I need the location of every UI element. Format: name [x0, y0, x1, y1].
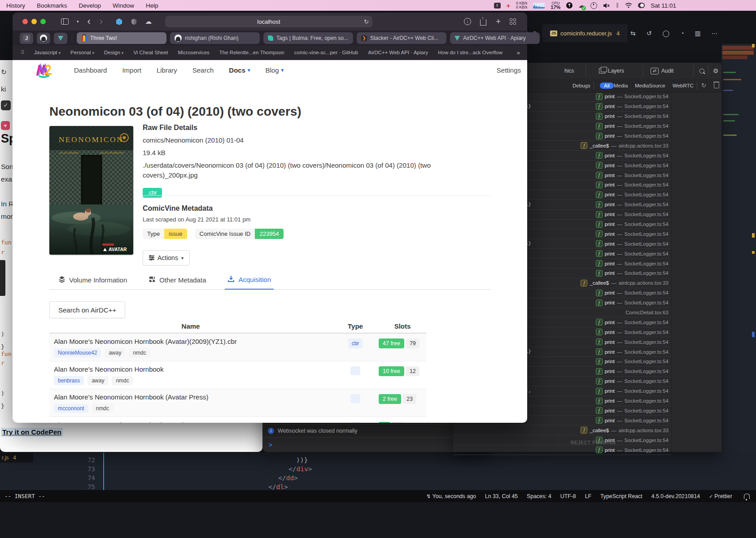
source-location-link[interactable]: SocketLogger.ts:54	[625, 300, 669, 305]
table-row[interactable]: Alan Moore's Neonomicon Hornbook (Avatar…	[49, 389, 426, 417]
cloud-icon[interactable]: ☁	[145, 17, 152, 26]
bluetooth-icon[interactable]: ᛒ	[616, 0, 619, 11]
source-location-link[interactable]: SocketLogger.ts:54	[625, 202, 669, 207]
minimize-window-button[interactable]	[31, 19, 37, 24]
console-refresh-icon[interactable]: ↻	[701, 79, 706, 92]
sidebar-chevron-icon[interactable]: ▾	[77, 19, 79, 24]
back-button[interactable]: ‹	[87, 17, 91, 26]
source-location-link[interactable]: ComicDetail.tsx:63	[625, 310, 669, 315]
source-location-link[interactable]: SocketLogger.ts:54	[625, 241, 669, 247]
filter-media[interactable]: Media	[614, 79, 628, 92]
source-location-link[interactable]: SocketLogger.ts:54	[625, 153, 669, 158]
pinned-tab-github[interactable]	[37, 33, 50, 44]
source-location-link[interactable]: SocketLogger.ts:54	[625, 330, 669, 335]
menu-item-window[interactable]: Window	[113, 2, 134, 9]
pinned-tab-j[interactable]: J	[20, 33, 33, 44]
filter-all[interactable]: All	[600, 79, 614, 92]
tab-layers[interactable]: Layers	[599, 63, 624, 79]
source-location-link[interactable]: SocketLogger.ts:54	[625, 349, 669, 355]
source-location-link[interactable]: SocketLogger.ts:54	[625, 133, 669, 139]
source-location-link[interactable]: SocketLogger.ts:54	[625, 408, 669, 413]
status-item[interactable]: LF	[585, 493, 591, 499]
status-item[interactable]: TypeScript React	[600, 493, 642, 499]
inspector-settings-button[interactable]: ⚙	[713, 63, 719, 79]
table-row[interactable]: Alan Moore's Neonomicon Hornbookbenbrass…	[49, 361, 426, 389]
menu-item-help[interactable]: Help	[146, 2, 158, 9]
source-location-link[interactable]: SocketLogger.ts:54	[625, 359, 669, 364]
safari-tab[interactable]: AirDC++ Web API · Apiary	[450, 32, 540, 44]
safari-tab[interactable]: Three Two!	[77, 32, 166, 44]
tab-overview-button[interactable]	[510, 18, 516, 25]
source-location-link[interactable]: SocketLogger.ts:54	[625, 261, 669, 266]
source-location-link[interactable]: SocketLogger.ts:54	[625, 388, 669, 394]
source-location-link[interactable]: SocketLogger.ts:54	[625, 438, 669, 443]
source-location-link[interactable]: SocketLogger.ts:54	[625, 231, 669, 237]
source-location-link[interactable]: SocketLogger.ts:54	[625, 163, 669, 168]
circle-nav-icon[interactable]: ◯	[662, 30, 669, 37]
favorite-item[interactable]: comic-vine-sc...per · GitHub	[294, 50, 358, 55]
pinned-tab-apiary[interactable]	[54, 33, 67, 44]
control-center-icon[interactable]	[638, 3, 645, 8]
close-window-button[interactable]	[22, 19, 28, 24]
source-location-link[interactable]: airdcpp.actions.tsx:33	[619, 280, 669, 286]
source-location-link[interactable]: SocketLogger.ts:54	[625, 182, 669, 187]
downloads-button[interactable]: ↓	[464, 18, 471, 25]
source-location-link[interactable]: SocketLogger.ts:54	[625, 290, 669, 295]
favorite-item[interactable]: Vi Cheat Sheet	[133, 50, 168, 55]
tab-volume-information[interactable]: Volume Information	[56, 272, 130, 289]
source-location-link[interactable]: airdcpp.actions.tsx:33	[619, 143, 669, 148]
favorites-grid-icon[interactable]: ⠿	[21, 49, 24, 56]
console-trash-icon[interactable]	[714, 79, 719, 92]
search-airdc-button[interactable]: Search on AirDC++	[49, 301, 125, 318]
cpu-usage-text[interactable]: CPU17%	[551, 1, 560, 10]
menu-clock[interactable]: Sat 11:01	[651, 2, 676, 9]
status-item[interactable]: Spaces: 4	[527, 493, 551, 499]
tab-other-metadata[interactable]: Other Metadata	[146, 272, 209, 289]
favorite-item[interactable]: AirDC++ Web API · Apiary	[368, 50, 428, 55]
favorite-item[interactable]: The Relentle...en Thompson	[219, 50, 284, 55]
favorites-overflow-chevrons[interactable]: »	[517, 49, 520, 56]
time-machine-icon[interactable]	[590, 2, 597, 9]
istat-crosshair-icon[interactable]: +	[507, 2, 511, 9]
nav-dashboard[interactable]: Dashboard	[74, 66, 107, 74]
network-speed-text[interactable]: 0 KB/s0 KB/s	[516, 1, 527, 9]
shield-icon[interactable]	[131, 18, 137, 25]
source-location-link[interactable]: SocketLogger.ts:54	[625, 113, 669, 119]
discard-changes-icon[interactable]: ↺	[647, 30, 652, 37]
favorite-item[interactable]: Design▾	[104, 50, 123, 55]
filter-mediasource[interactable]: MediaSource	[635, 79, 665, 92]
source-location-link[interactable]: SocketLogger.ts:54	[625, 104, 669, 109]
forward-button[interactable]: ›	[100, 17, 103, 26]
source-location-link[interactable]: SocketLogger.ts:54	[625, 251, 669, 256]
actions-button[interactable]: Actions ▾	[143, 250, 190, 265]
source-location-link[interactable]: airdcpp.actions.tsx:33	[619, 428, 669, 433]
reload-icon[interactable]: ↻	[364, 18, 369, 25]
extension-cube-icon[interactable]	[115, 18, 123, 26]
status-item[interactable]: Ln 33, Col 45	[485, 493, 518, 499]
favorite-item[interactable]: Microservices	[178, 50, 210, 55]
tab-graphics-partial[interactable]: hics	[564, 63, 574, 79]
split-editor-icon[interactable]: ▥	[695, 30, 701, 37]
sidebar-toggle-button[interactable]	[61, 18, 69, 25]
battery-status-icon[interactable]: !	[494, 3, 501, 9]
tab-acquisition[interactable]: Acquisition	[225, 272, 274, 290]
tab-audit[interactable]: ⇄ Audit	[651, 63, 673, 79]
source-location-link[interactable]: SocketLogger.ts:54	[625, 447, 669, 453]
new-tab-button[interactable]: +	[496, 17, 501, 26]
source-location-link[interactable]: SocketLogger.ts:54	[625, 339, 669, 345]
nav-library[interactable]: Library	[157, 66, 177, 74]
source-location-link[interactable]: SocketLogger.ts:54	[625, 221, 669, 227]
nav-docs[interactable]: Docs▾	[229, 66, 250, 74]
table-row[interactable]: Alan Moore's Neonomicon Hornbook (Avatar…	[49, 334, 426, 361]
source-location-link[interactable]: SocketLogger.ts:54	[625, 173, 669, 178]
status-item[interactable]: ↯ You, seconds ago	[426, 493, 476, 499]
menu-item-develop[interactable]: Develop	[79, 2, 101, 9]
favorite-item[interactable]: Javascript▾	[34, 50, 61, 55]
table-row[interactable]: Alan Moore's Neonomicon Hornbook 001.cb	[49, 417, 426, 423]
filter-debugs[interactable]: Debugs	[572, 79, 590, 92]
menu-item-history[interactable]: History	[6, 2, 25, 9]
source-location-link[interactable]: SocketLogger.ts:54	[625, 212, 669, 217]
source-location-link[interactable]: SocketLogger.ts:54	[625, 369, 669, 374]
share-button[interactable]	[480, 17, 486, 26]
safari-tab[interactable]: rishighan (Rishi Ghan)	[170, 32, 260, 44]
